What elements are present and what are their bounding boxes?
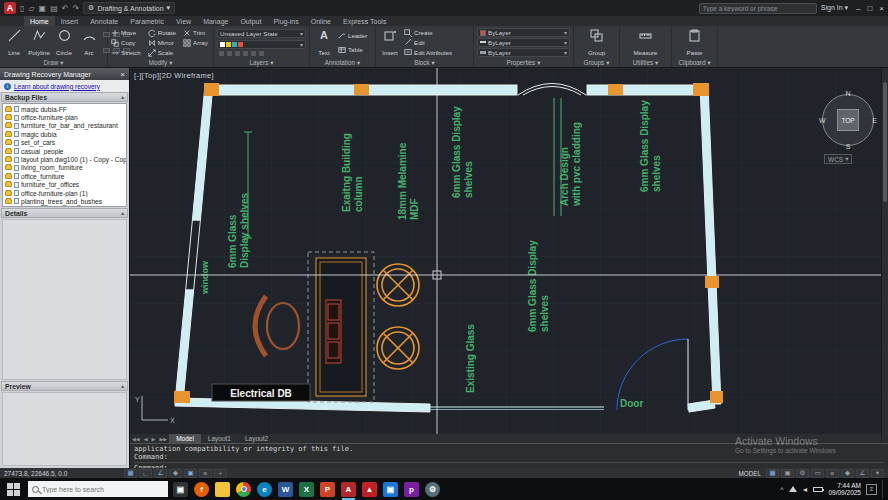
column-marker[interactable] xyxy=(354,84,369,95)
label-door[interactable]: Door xyxy=(620,398,643,409)
tab-insert[interactable]: Insert xyxy=(55,16,85,26)
compass-west[interactable]: W xyxy=(819,117,826,124)
snap-toggle[interactable]: ∟ xyxy=(139,469,152,478)
dynamic-input-toggle[interactable]: + xyxy=(214,469,227,478)
copy-button[interactable]: Copy xyxy=(111,39,143,47)
desk-drawers[interactable] xyxy=(326,300,341,363)
layer-tool-icons[interactable] xyxy=(217,51,306,56)
drawing-viewport[interactable]: Electrical DB 6mm Glass Display shelves … xyxy=(130,68,881,434)
line-button[interactable]: Line xyxy=(3,28,25,57)
layout-nav-prev-icon[interactable]: ◀ xyxy=(142,434,150,443)
sign-in-button[interactable]: Sign In ▾ xyxy=(821,4,848,12)
backup-file-item[interactable]: office-furniture-plan xyxy=(3,113,126,121)
model-space-indicator[interactable]: MODEL xyxy=(736,470,764,477)
details-header[interactable]: Details▴ xyxy=(1,208,128,218)
backup-file-item[interactable]: magic dubia-FF xyxy=(3,105,126,113)
column-marker[interactable] xyxy=(204,83,219,96)
linetype-dropdown[interactable]: ByLayer▾ xyxy=(477,38,570,47)
powerpoint-app-icon[interactable]: P xyxy=(320,482,335,497)
tab-plugins[interactable]: Plug-ins xyxy=(267,16,304,26)
annotation-scale-button[interactable]: ▦ xyxy=(766,469,779,478)
panel-expand-icon[interactable]: ▾ xyxy=(655,59,658,66)
panel-expand-icon[interactable]: ▾ xyxy=(270,59,273,66)
customize-button[interactable]: ▾ xyxy=(871,469,884,478)
settings-app-icon[interactable]: ⚙ xyxy=(425,482,440,497)
polyline-button[interactable]: Polyline xyxy=(28,28,50,57)
compass-east[interactable]: E xyxy=(872,117,877,124)
electrical-db-box[interactable]: Electrical DB xyxy=(212,384,310,401)
close-icon[interactable]: × xyxy=(120,70,125,79)
show-desktop-button[interactable] xyxy=(882,480,885,498)
tab-parametric[interactable]: Parametric xyxy=(124,16,170,26)
clean-screen-button[interactable]: ∠ xyxy=(856,469,869,478)
preview-header[interactable]: Preview▴ xyxy=(1,381,128,391)
view-cube[interactable]: N S W E TOP xyxy=(818,90,878,150)
column-marker[interactable] xyxy=(608,84,623,95)
table-button[interactable]: Table xyxy=(338,46,367,54)
measure-button[interactable]: Measure xyxy=(632,28,658,57)
workspace-switch-button[interactable]: ⚙ xyxy=(796,469,809,478)
plot-icon[interactable]: ▤ xyxy=(50,4,58,13)
backup-file-item[interactable]: furniture_for_offices xyxy=(3,181,126,189)
layout-nav-first-icon[interactable]: ◀◀ xyxy=(130,434,142,443)
minimize-icon[interactable]: – xyxy=(856,4,860,13)
text-button[interactable]: A Text xyxy=(313,28,335,57)
new-file-icon[interactable]: ▯ xyxy=(20,4,24,13)
collapse-icon[interactable]: ▴ xyxy=(121,383,124,389)
taskbar-search[interactable] xyxy=(28,481,168,497)
floor-plan[interactable]: Electrical DB 6mm Glass Display shelves … xyxy=(130,68,881,434)
autocad-app-icon[interactable]: A xyxy=(341,482,356,497)
tab-output[interactable]: Output xyxy=(234,16,267,26)
grid-toggle[interactable]: ▦ xyxy=(124,469,137,478)
drawing-recovery-help-link[interactable]: i Learn about drawing recovery xyxy=(0,80,129,92)
excel-app-icon[interactable]: X xyxy=(299,482,314,497)
help-search-input[interactable] xyxy=(699,3,817,14)
isolate-objects-button[interactable]: ◆ xyxy=(841,469,854,478)
arc-button[interactable]: Arc xyxy=(78,28,100,57)
panel-expand-icon[interactable]: ▾ xyxy=(432,59,435,66)
stretch-button[interactable]: Stretch xyxy=(111,49,143,57)
backup-file-item[interactable]: furniture_for_bar_and_restaurant xyxy=(3,122,126,130)
layer-dropdown[interactable]: ▾ xyxy=(217,40,306,49)
lineweight-dropdown[interactable]: ByLayer▾ xyxy=(477,48,570,57)
mirror-button[interactable]: Mirror xyxy=(148,39,178,47)
quick-properties-button[interactable]: ≡ xyxy=(826,469,839,478)
edit-attributes-button[interactable]: Edit Attributes xyxy=(404,48,452,56)
model-tab[interactable]: Model xyxy=(169,434,201,443)
file-explorer-icon[interactable] xyxy=(215,482,230,497)
annotation-visibility-button[interactable]: ▣ xyxy=(781,469,794,478)
panel-expand-icon[interactable]: ▾ xyxy=(707,59,710,66)
units-button[interactable]: ▭ xyxy=(811,469,824,478)
backup-file-item[interactable]: living_room_furniture xyxy=(3,164,126,172)
maximize-icon[interactable]: □ xyxy=(867,4,872,13)
layout2-tab[interactable]: Layout2 xyxy=(238,434,275,443)
panel-expand-icon[interactable]: ▾ xyxy=(537,59,540,66)
chrome-app-icon[interactable] xyxy=(236,482,251,497)
column-marker[interactable] xyxy=(693,83,709,96)
autocad-logo-icon[interactable]: A xyxy=(4,2,16,14)
backup-file-item[interactable]: magic dubia xyxy=(3,130,126,138)
tab-manage[interactable]: Manage xyxy=(197,16,234,26)
edit-block-button[interactable]: Edit xyxy=(404,38,452,46)
layout1-tab[interactable]: Layout1 xyxy=(201,434,238,443)
trim-button[interactable]: Trim xyxy=(183,29,210,37)
compass-north[interactable]: N xyxy=(845,90,850,97)
action-center-icon[interactable]: ≡ xyxy=(866,484,877,495)
scrollbar-thumb[interactable] xyxy=(883,82,887,202)
backup-files-header[interactable]: Backup Files▴ xyxy=(1,92,128,102)
backup-file-item[interactable]: layout plan.dwg100 (1) - Copy - Cop xyxy=(3,155,126,163)
open-file-icon[interactable]: ▱ xyxy=(28,4,34,13)
close-icon[interactable]: × xyxy=(879,4,884,13)
command-line-panel[interactable]: application compatibility or integrity o… xyxy=(130,443,888,468)
viewport-controls[interactable]: [-][Top][2D Wireframe] xyxy=(134,71,214,80)
column-marker[interactable] xyxy=(705,276,719,288)
panel-expand-icon[interactable]: ▾ xyxy=(606,59,609,66)
circle-button[interactable]: Circle xyxy=(53,28,75,57)
paste-button[interactable]: Paste xyxy=(684,28,706,57)
column-marker[interactable] xyxy=(174,391,190,403)
taskbar-clock[interactable]: 7:44 AM 09/09/2025 xyxy=(828,482,861,497)
label-existing-glass[interactable]: Existing Glass xyxy=(465,324,476,393)
redo-icon[interactable]: ↷ xyxy=(72,4,79,13)
create-block-button[interactable]: Create xyxy=(404,29,452,37)
save-icon[interactable]: ▣ xyxy=(39,4,47,13)
